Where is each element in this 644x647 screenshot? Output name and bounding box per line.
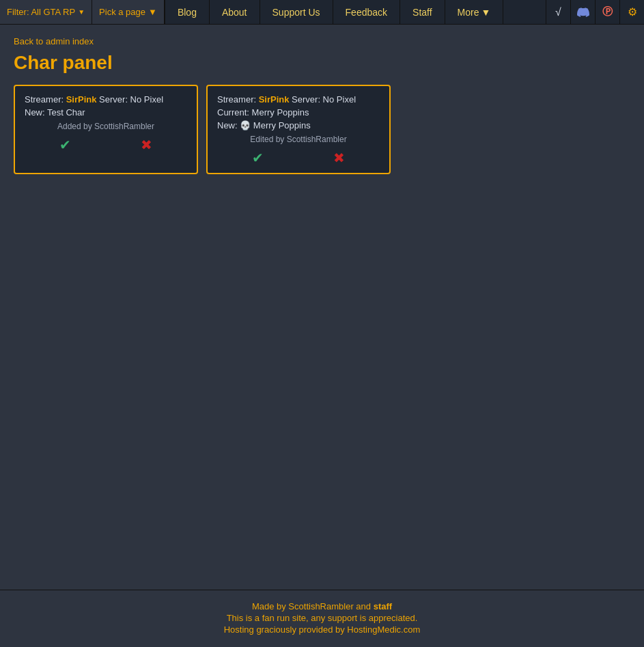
nav-link-feedback[interactable]: Feedback bbox=[333, 0, 400, 24]
page-title: Char panel bbox=[14, 52, 630, 74]
footer-line3: Hosting graciously provided by HostingMe… bbox=[11, 624, 633, 635]
card2-server-label: Server: No Pixel bbox=[292, 94, 356, 105]
filter-dropdown[interactable]: Filter: All GTA RP ▼ bbox=[0, 0, 92, 24]
card2-reject-button[interactable]: ✖ bbox=[333, 150, 345, 166]
card2-new-label: New: bbox=[217, 120, 240, 130]
card2-new-value: Merry Poppins bbox=[251, 120, 310, 130]
main-content: Back to admin index Char panel Streamer:… bbox=[0, 25, 644, 590]
footer-line2: This is a fan run site, any support is a… bbox=[11, 613, 633, 623]
card2-skull-icon: 💀 bbox=[240, 120, 251, 130]
char-card-1: Streamer: SirPink Server: No Pixel New: … bbox=[14, 85, 198, 174]
back-link[interactable]: Back to admin index bbox=[14, 36, 94, 46]
nav-icon-group: √ Ⓟ ⚙ bbox=[546, 0, 644, 24]
card2-new-row: New: 💀 Merry Poppins bbox=[217, 120, 380, 130]
more-label: More bbox=[458, 7, 479, 18]
card2-editor-line: Edited by ScottishRambler bbox=[217, 135, 380, 144]
card1-editor-line: Added by ScottishRambler bbox=[25, 122, 187, 131]
nav-links: Blog About Support Us Feedback Staff Mor… bbox=[165, 0, 503, 24]
card1-new-value: Test Char bbox=[47, 107, 85, 118]
card1-streamer-row: Streamer: SirPink Server: No Pixel bbox=[25, 94, 187, 105]
top-nav: Filter: All GTA RP ▼ Pick a page ▼ Blog … bbox=[0, 0, 644, 25]
filter-label: Filter: All GTA RP bbox=[7, 7, 75, 17]
nav-link-blog[interactable]: Blog bbox=[165, 0, 210, 24]
more-chevron-icon: ▼ bbox=[481, 7, 491, 18]
settings-icon[interactable]: ⚙ bbox=[619, 0, 644, 25]
card1-streamer-name: SirPink bbox=[66, 94, 97, 105]
card1-new-label: New: bbox=[25, 107, 47, 118]
patreon-icon[interactable]: Ⓟ bbox=[595, 0, 619, 25]
card2-current-label: Current: bbox=[217, 107, 252, 118]
card2-actions: ✔ ✖ bbox=[217, 150, 380, 166]
pick-page-dropdown[interactable]: Pick a page ▼ bbox=[92, 0, 164, 24]
card2-approve-button[interactable]: ✔ bbox=[252, 150, 264, 166]
filter-chevron-icon: ▼ bbox=[78, 8, 85, 16]
card1-streamer-label: Streamer: bbox=[25, 94, 66, 105]
char-card-2: Streamer: SirPink Server: No Pixel Curre… bbox=[206, 85, 391, 174]
pick-chevron-icon: ▼ bbox=[148, 7, 157, 17]
footer-staff-bold: staff bbox=[374, 601, 392, 611]
nav-link-support[interactable]: Support Us bbox=[260, 0, 333, 24]
card2-current-row: Current: Merry Poppins bbox=[217, 107, 380, 118]
footer-line1: Made by ScottishRambler and staff bbox=[11, 601, 633, 611]
footer-madeby-pre: Made by ScottishRambler and bbox=[252, 601, 374, 611]
card1-new-row: New: Test Char bbox=[25, 107, 187, 118]
cards-container: Streamer: SirPink Server: No Pixel New: … bbox=[14, 85, 630, 174]
card2-streamer-label: Streamer: bbox=[217, 94, 259, 105]
card1-server-label: Server: No Pixel bbox=[99, 94, 163, 105]
card1-actions: ✔ ✖ bbox=[25, 137, 187, 153]
card1-approve-button[interactable]: ✔ bbox=[59, 137, 71, 153]
discord-icon[interactable] bbox=[570, 0, 595, 25]
pick-label: Pick a page bbox=[99, 7, 145, 17]
card2-streamer-name: SirPink bbox=[259, 94, 290, 105]
nav-link-about[interactable]: About bbox=[210, 0, 260, 24]
sqrt-icon[interactable]: √ bbox=[546, 0, 570, 25]
nav-link-more[interactable]: More ▼ bbox=[445, 0, 504, 24]
site-footer: Made by ScottishRambler and staff This i… bbox=[0, 590, 644, 647]
card1-reject-button[interactable]: ✖ bbox=[141, 137, 152, 153]
card2-streamer-row: Streamer: SirPink Server: No Pixel bbox=[217, 94, 380, 105]
nav-link-staff[interactable]: Staff bbox=[400, 0, 445, 24]
card2-current-value: Merry Poppins bbox=[252, 107, 309, 118]
